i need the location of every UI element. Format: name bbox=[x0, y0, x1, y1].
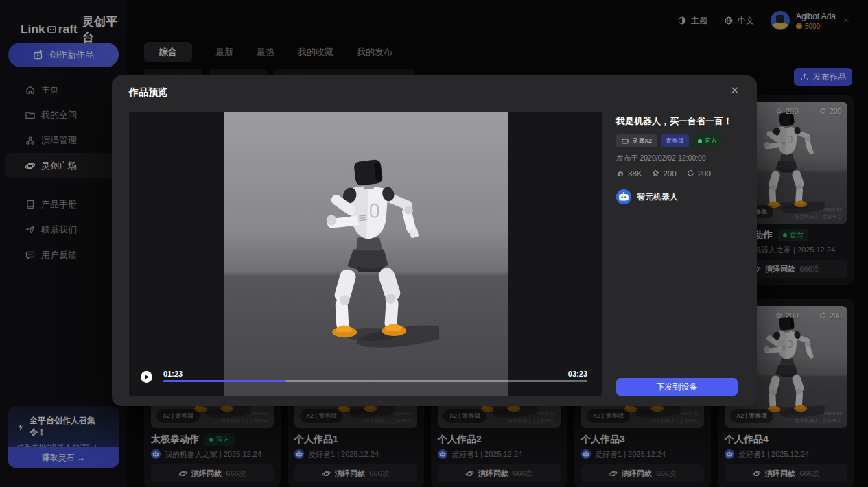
time-row: 01:23 03:23 bbox=[163, 370, 587, 378]
shares-stat: 200 bbox=[686, 169, 711, 178]
star-icon bbox=[651, 169, 660, 178]
play-button[interactable] bbox=[141, 371, 152, 383]
published-date: 发布于 2020/02/02 12:00:00 bbox=[616, 154, 738, 163]
author-name: 智元机器人 bbox=[637, 191, 678, 203]
work-stats: 38K 200 200 bbox=[616, 169, 738, 178]
progress-bar[interactable] bbox=[163, 380, 587, 382]
model-tag: 灵犀X2 bbox=[616, 134, 657, 147]
work-author-row[interactable]: 智元机器人 bbox=[616, 189, 738, 204]
likes-stat: 38K bbox=[616, 169, 642, 178]
official-dot-icon bbox=[698, 139, 702, 143]
work-tags: 灵犀X2 青春版 官方 bbox=[616, 134, 738, 147]
total-time: 03:23 bbox=[568, 370, 587, 378]
work-preview-modal: 作品预览 ✕ 01:23 03:23 我是机器人，买一台省一百！ 灵犀X2 青春… bbox=[112, 75, 757, 406]
modal-title: 作品预览 bbox=[129, 86, 167, 99]
official-tag: 官方 bbox=[693, 134, 722, 147]
stars-stat: 200 bbox=[651, 169, 676, 178]
author-avatar bbox=[616, 189, 631, 204]
current-time: 01:23 bbox=[163, 370, 183, 378]
send-to-device-button[interactable]: 下发到设备 bbox=[616, 378, 738, 396]
work-detail-panel: 我是机器人，买一台省一百！ 灵犀X2 青春版 官方 发布于 2020/02/02… bbox=[616, 112, 738, 396]
screen-icon bbox=[621, 137, 629, 145]
edition-tag: 青春版 bbox=[661, 134, 689, 147]
progress-fill bbox=[163, 380, 286, 382]
video-frame bbox=[224, 112, 508, 396]
share-icon bbox=[686, 169, 695, 178]
close-icon[interactable]: ✕ bbox=[730, 84, 739, 97]
thumb-up-icon bbox=[616, 169, 625, 178]
work-title: 我是机器人，买一台省一百！ bbox=[616, 112, 738, 128]
video-player[interactable]: 01:23 03:23 bbox=[129, 112, 602, 396]
